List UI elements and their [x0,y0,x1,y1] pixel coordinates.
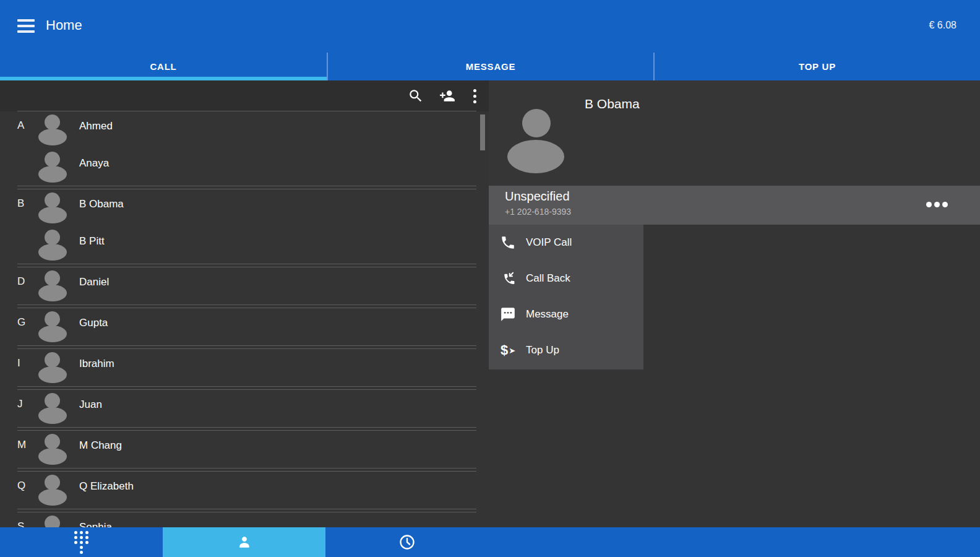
action-label: Call Back [526,272,570,285]
contact-name: B Obama [79,198,124,210]
contact-row[interactable]: Anaya [17,149,476,186]
contact-section-d: DDaniel [17,267,476,305]
contact-avatar-icon [38,351,67,386]
contact-detail-name: B Obama [585,97,640,111]
call-back-icon [499,269,517,288]
contact-name: Ahmed [79,120,113,132]
overflow-menu-icon[interactable] [471,88,479,105]
balance-amount: € 6.08 [929,20,956,31]
contact-avatar-icon [38,473,67,508]
contact-section-g: GGupta [17,308,476,346]
contact-row[interactable]: BB Obama [17,189,476,227]
section-letter: D [17,275,38,288]
nav-dialpad[interactable] [0,527,163,557]
contact-row[interactable]: AAhmed [17,111,476,149]
contact-section-i: IIbrahim [17,348,476,387]
bottom-nav-bar [0,527,980,557]
voip-call-icon [499,233,517,252]
contact-avatar-icon [38,150,67,185]
contact-name: B Pitt [79,235,105,248]
contact-name: Anaya [79,157,109,170]
action-menu: VOIP Call Call Back Message $➤ Top Up [489,225,643,369]
contact-name: M Chang [79,439,122,452]
tab-strip: CALL MESSAGE TOP UP [0,53,980,80]
action-label: Message [526,308,569,321]
tab-message[interactable]: MESSAGE [327,53,653,80]
contact-section-q: QQ Elizabeth [17,471,476,509]
nav-contacts[interactable] [163,527,325,557]
tab-top-up-label: TOP UP [799,61,836,72]
tab-message-label: MESSAGE [466,61,516,72]
dialpad-icon [74,531,88,554]
history-icon [398,533,416,551]
contact-section-m: MM Chang [17,430,476,468]
page-title: Home [46,17,82,33]
contact-section-a: AAhmedAnaya [17,111,476,186]
action-label: VOIP Call [526,236,572,249]
section-letter: S [17,520,38,527]
contacts-panel: AAhmedAnayaBB ObamaB PittDDanielGGuptaII… [0,80,489,527]
list-scrollbar-thumb[interactable] [480,114,485,150]
phone-number-row[interactable]: Unspecified +1 202-618-9393 [489,186,980,225]
contact-avatar-icon [38,269,67,304]
nav-history[interactable] [325,527,488,557]
section-letter: B [17,197,38,210]
contact-name: Daniel [79,276,109,288]
contact-avatar-icon [38,191,67,226]
contact-avatar-icon [38,228,67,263]
number-label: Unspecified [505,189,570,204]
action-label: Top Up [526,344,559,356]
contact-row[interactable]: IIbrahim [17,349,476,386]
contact-avatar-icon [38,113,67,148]
contact-list: AAhmedAnayaBB ObamaB PittDDanielGGuptaII… [0,111,489,527]
contact-avatar-icon [38,392,67,426]
contact-name: Juan [79,399,102,411]
mobilevoip-app-window: Home € 6.08 CALL MESSAGE TOP UP A [0,0,980,557]
contact-row[interactable]: B Pitt [17,227,476,264]
section-letter: G [17,316,38,329]
action-message[interactable]: Message [489,296,643,332]
action-voip-call[interactable]: VOIP Call [489,225,643,261]
contact-section-s: SSophia [17,512,476,527]
contact-section-j: JJuan [17,389,476,428]
action-call-back[interactable]: Call Back [489,261,643,296]
menu-icon[interactable] [17,19,35,33]
contact-detail-panel: B Obama Unspecified +1 202-618-9393 VOIP… [489,80,980,527]
section-letter: J [17,398,38,410]
contact-row[interactable]: GGupta [17,308,476,345]
contact-name: Q Elizabeth [79,480,134,493]
contact-row[interactable]: MM Chang [17,431,476,468]
contact-name: Ibrahim [79,358,114,370]
action-top-up[interactable]: $➤ Top Up [489,332,643,368]
contact-avatar-icon [38,433,67,467]
message-icon [499,305,517,324]
add-contact-icon[interactable] [437,88,457,104]
section-letter: A [17,119,38,132]
contact-detail-header: B Obama [489,80,980,186]
number-value: +1 202-618-9393 [505,207,571,217]
number-more-icon[interactable] [926,202,948,207]
section-letter: I [17,357,38,369]
tab-call[interactable]: CALL [0,53,327,80]
top-up-icon: $➤ [499,341,517,360]
contact-row[interactable]: DDaniel [17,267,476,304]
section-letter: M [17,439,38,451]
search-icon[interactable] [408,88,424,104]
contact-row[interactable]: SSophia [17,512,476,527]
tab-call-label: CALL [150,61,176,72]
top-app-bar: Home € 6.08 [0,0,980,53]
contacts-icon [236,533,253,551]
contact-row[interactable]: JJuan [17,390,476,427]
contact-section-b: BB ObamaB Pitt [17,189,476,264]
contact-name: Gupta [79,317,108,329]
contact-avatar-icon [38,514,67,527]
contact-name: Sophia [79,521,112,527]
contact-avatar-icon [38,310,67,345]
contacts-toolbar [0,80,489,111]
section-letter: Q [17,480,38,492]
tab-top-up[interactable]: TOP UP [653,53,980,80]
contact-row[interactable]: QQ Elizabeth [17,472,476,509]
contact-avatar-large [507,105,564,178]
